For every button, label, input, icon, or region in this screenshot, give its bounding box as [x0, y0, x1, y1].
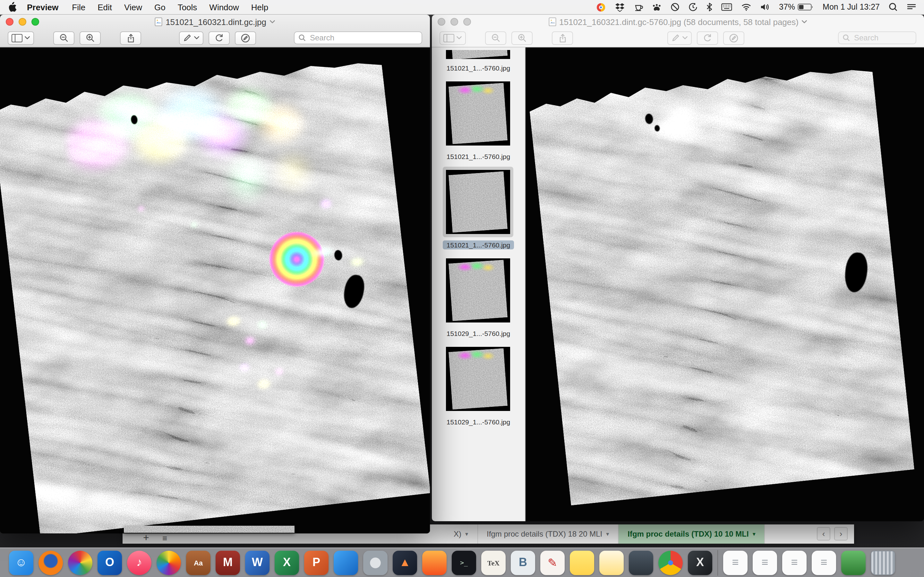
menu-item[interactable]: Window	[209, 2, 239, 12]
dock-icon-firefox[interactable]	[39, 550, 63, 575]
search-input[interactable]	[309, 33, 418, 43]
zoom-out-button[interactable]	[485, 31, 506, 45]
menu-item[interactable]: View	[124, 2, 142, 12]
share-button[interactable]	[120, 31, 141, 45]
apple-menu[interactable]	[8, 2, 17, 12]
dock-icon-excel[interactable]: X	[275, 550, 299, 575]
zoom-in-button[interactable]	[511, 31, 533, 45]
do-not-disturb-icon[interactable]	[670, 3, 680, 11]
dock-icon-photos[interactable]	[157, 550, 181, 575]
search-field[interactable]	[294, 31, 422, 44]
dock-icon-chrome[interactable]: ●	[658, 550, 683, 575]
dock-icon-system-preferences[interactable]	[363, 550, 388, 575]
dock-icon-trash[interactable]	[871, 550, 895, 575]
dock-icon-powerpoint[interactable]: P	[304, 550, 328, 575]
cup-icon[interactable]	[634, 3, 643, 11]
view-sidebar-button[interactable]	[439, 31, 466, 45]
keyboard-icon[interactable]	[721, 3, 732, 11]
dock-icon-document-1[interactable]: ≡	[723, 550, 748, 575]
battery-indicator[interactable]: 37%	[779, 3, 814, 11]
background-window-sliver[interactable]	[124, 526, 294, 533]
menu-item[interactable]: File	[72, 2, 86, 12]
dock-icon-skim[interactable]: ✎	[540, 550, 565, 575]
dock-icon-dictionary[interactable]: Aa	[186, 550, 210, 575]
dock-icon-colorful-orb[interactable]	[68, 550, 92, 575]
sheet-tab-partial[interactable]: X) ▾	[445, 524, 478, 544]
sheet-tab[interactable]: Ifgm proc details (TDX) 10 10 MLI ▾	[619, 524, 765, 544]
thumbnail-item[interactable]: 151021_1...-5760.jpg	[443, 78, 514, 161]
thumbnail-item[interactable]: 151021_1...-5760.jpg	[443, 50, 514, 73]
dock-icon-keychain-lock[interactable]	[629, 550, 653, 575]
paw-icon[interactable]	[652, 3, 662, 11]
dock-icon-green-app[interactable]	[841, 550, 866, 575]
document-icon	[548, 17, 556, 26]
zoom-button[interactable]	[463, 18, 471, 26]
search-input[interactable]	[853, 33, 912, 43]
dock-icon-terminal[interactable]: >_	[452, 550, 476, 575]
dropbox-icon[interactable]	[615, 2, 625, 12]
zoom-out-button[interactable]	[53, 31, 74, 45]
dock-icon-mendeley[interactable]: M	[216, 550, 240, 575]
all-sheets-button[interactable]: ≡	[162, 534, 167, 542]
thumbnail-item[interactable]: 151029_1...-5760.jpg	[443, 343, 514, 426]
volume-icon[interactable]	[760, 3, 770, 11]
close-button[interactable]	[6, 18, 13, 26]
dock-icon-itunes[interactable]: ♪	[127, 550, 152, 575]
image-canvas[interactable]	[0, 47, 430, 533]
menu-item[interactable]: Go	[154, 2, 166, 12]
time-machine-icon[interactable]	[688, 3, 698, 11]
markup-button[interactable]	[667, 31, 691, 45]
dock-icon-texshop[interactable]: TeX	[481, 550, 506, 575]
menu-bar-clock[interactable]: Mon 1 Jul 13:27	[822, 3, 880, 11]
image-canvas[interactable]	[525, 47, 924, 521]
dock-icon-document-4[interactable]: ≡	[812, 550, 836, 575]
minimize-button[interactable]	[19, 18, 26, 26]
dock-divider[interactable]	[717, 550, 718, 575]
view-sidebar-button[interactable]	[8, 31, 34, 45]
dock-icon-word[interactable]: W	[245, 550, 270, 575]
wifi-icon[interactable]	[741, 3, 751, 11]
markup-button[interactable]	[179, 31, 204, 45]
dock-icon-bibdesk[interactable]: B	[511, 550, 535, 575]
dock-icon-document-3[interactable]: ≡	[782, 550, 806, 575]
rotate-button[interactable]	[208, 31, 230, 45]
menu-item[interactable]: Help	[251, 2, 268, 12]
window-title: 151021_160321.dint.gc-5760.jpg (58 docum…	[548, 17, 808, 27]
bluetooth-icon[interactable]	[706, 3, 712, 11]
sheet-tabs-next-button[interactable]: ›	[834, 527, 848, 540]
rotate-button[interactable]	[696, 31, 718, 45]
dock-icon-document-2[interactable]: ≡	[753, 550, 777, 575]
dock-icon-blue-utility[interactable]	[334, 550, 358, 575]
dock-icon-stickies[interactable]	[570, 550, 594, 575]
window-controls	[438, 18, 471, 26]
rotate-icon	[702, 33, 712, 42]
sheet-tab[interactable]: Ifgm proc details (TDX) 18 20 MLI ▾	[478, 524, 619, 544]
menu-item[interactable]: Tools	[178, 2, 197, 12]
dock-icon-matlab[interactable]: ▲	[393, 550, 417, 575]
thumbnail-item[interactable]: 151029_1...-5760.jpg	[443, 255, 514, 338]
dock-icon-notes[interactable]	[599, 550, 624, 575]
annotate-button[interactable]	[723, 31, 744, 45]
notification-center-icon[interactable]	[907, 3, 916, 11]
dock-icon-xquartz[interactable]: X	[688, 550, 712, 575]
dock-icon-finder[interactable]: ☺	[9, 550, 33, 575]
minimize-button[interactable]	[451, 18, 458, 26]
dock-icon-outlook[interactable]: O	[97, 550, 122, 575]
titlebar[interactable]: 151021_160321.dint.gc.jpg	[0, 15, 430, 29]
add-sheet-button[interactable]: +	[143, 533, 149, 543]
titlebar[interactable]: 151021_160321.dint.gc-5760.jpg (58 docum…	[432, 15, 924, 29]
menu-item[interactable]: Edit	[97, 2, 112, 12]
thumbnail-item[interactable]: 151021_1...-5760.jpg	[443, 167, 514, 250]
close-button[interactable]	[438, 18, 445, 26]
zoom-in-button[interactable]	[79, 31, 101, 45]
share-button[interactable]	[552, 31, 573, 45]
spotlight-icon[interactable]	[889, 3, 898, 11]
dock-icon-orange-flame[interactable]	[422, 550, 447, 575]
app-menu-title[interactable]: Preview	[27, 2, 58, 12]
search-field[interactable]	[838, 31, 916, 44]
sheet-tabs-prev-button[interactable]: ‹	[817, 527, 830, 540]
zoom-button[interactable]	[31, 18, 39, 26]
colorful-app-icon[interactable]	[596, 2, 606, 12]
annotate-button[interactable]	[235, 31, 256, 45]
preview-window-right: 151021_160321.dint.gc-5760.jpg (58 docum…	[432, 15, 924, 521]
